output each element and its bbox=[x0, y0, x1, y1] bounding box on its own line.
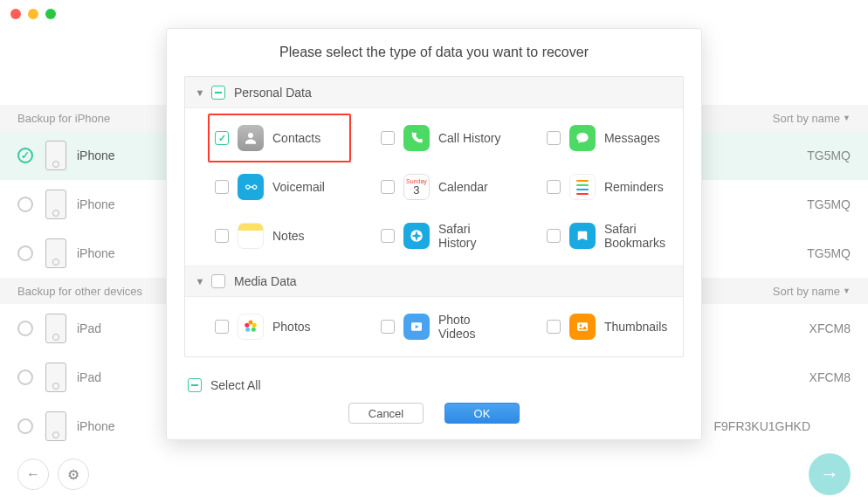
item-messages-label: Messages bbox=[604, 131, 660, 145]
item-photo-videos-label: Photo Videos bbox=[438, 313, 508, 341]
modal-buttons: Cancel OK bbox=[167, 399, 701, 439]
select-all-row[interactable]: Select All bbox=[167, 369, 701, 399]
item-calendar[interactable]: Sunday3 Calendar bbox=[351, 162, 517, 211]
photo-videos-icon bbox=[403, 314, 430, 340]
data-type-modal: Please select the type of data you want … bbox=[166, 28, 702, 440]
modal-title: Please select the type of data you want … bbox=[167, 29, 701, 76]
photos-icon bbox=[238, 314, 264, 340]
safari-icon bbox=[403, 223, 430, 249]
ok-button-label: OK bbox=[474, 407, 491, 420]
checkbox-messages[interactable] bbox=[547, 131, 561, 145]
messages-icon bbox=[569, 125, 596, 151]
ok-button[interactable]: OK bbox=[444, 403, 520, 424]
disclosure-triangle-icon[interactable]: ▼ bbox=[194, 276, 206, 287]
cancel-button[interactable]: Cancel bbox=[348, 403, 424, 424]
cancel-button-label: Cancel bbox=[369, 407, 403, 420]
window-controls bbox=[0, 0, 868, 28]
checkbox-photo-videos[interactable] bbox=[381, 320, 395, 334]
checkbox-select-all[interactable] bbox=[188, 378, 202, 392]
svg-point-3 bbox=[252, 323, 257, 328]
checkbox-notes[interactable] bbox=[215, 229, 229, 243]
svg-point-5 bbox=[245, 328, 250, 332]
window-close-button[interactable] bbox=[10, 9, 21, 19]
media-data-grid: Photos Photo Videos Thum bbox=[185, 297, 683, 356]
item-safari-hist-label: Safari History bbox=[438, 222, 508, 250]
group-header-personal[interactable]: ▼ Personal Data bbox=[185, 77, 683, 108]
item-photos[interactable]: Photos bbox=[185, 302, 351, 351]
item-voicemail[interactable]: ⚯ Voicemail bbox=[185, 162, 351, 211]
window-maximize-button[interactable] bbox=[45, 9, 56, 19]
notes-icon bbox=[238, 223, 264, 249]
item-voicemail-label: Voicemail bbox=[272, 180, 325, 194]
disclosure-triangle-icon[interactable]: ▼ bbox=[194, 87, 206, 98]
checkbox-calendar[interactable] bbox=[381, 180, 395, 194]
voicemail-icon: ⚯ bbox=[238, 174, 264, 200]
item-safari-history[interactable]: Safari History bbox=[351, 211, 517, 260]
item-safari-bookmarks[interactable]: Safari Bookmarks bbox=[517, 211, 683, 260]
voicemail-glyph: ⚯ bbox=[245, 179, 257, 196]
svg-point-0 bbox=[248, 133, 253, 138]
item-contacts[interactable]: Contacts bbox=[208, 114, 351, 162]
modal-backdrop: Please select the type of data you want … bbox=[0, 28, 868, 504]
bookmark-icon bbox=[569, 223, 596, 249]
contacts-icon bbox=[238, 125, 264, 151]
item-reminders[interactable]: Reminders bbox=[517, 162, 683, 211]
checkbox-contacts[interactable] bbox=[215, 131, 229, 145]
svg-point-2 bbox=[249, 321, 253, 325]
item-photo-videos[interactable]: Photo Videos bbox=[351, 302, 517, 351]
phone-icon bbox=[403, 125, 430, 151]
checkbox-personal-group[interactable] bbox=[211, 86, 225, 100]
reminders-icon bbox=[569, 174, 596, 200]
svg-point-9 bbox=[580, 324, 582, 327]
select-all-label: Select All bbox=[210, 378, 261, 392]
group-header-media[interactable]: ▼ Media Data bbox=[185, 266, 683, 297]
calendar-icon: Sunday3 bbox=[403, 174, 430, 200]
checkbox-safari-hist[interactable] bbox=[381, 229, 395, 243]
item-thumbnails-label: Thumbnails bbox=[604, 320, 667, 334]
calendar-day: 3 bbox=[413, 184, 419, 196]
item-messages[interactable]: Messages bbox=[517, 114, 683, 162]
item-contacts-label: Contacts bbox=[272, 131, 320, 145]
item-photos-label: Photos bbox=[272, 320, 311, 334]
checkbox-thumbnails[interactable] bbox=[547, 320, 561, 334]
item-notes-label: Notes bbox=[272, 229, 305, 243]
group-personal-label: Personal Data bbox=[234, 86, 312, 100]
main-content: Backup for iPhone Sort by name ▼ iPhone … bbox=[0, 28, 868, 504]
checkbox-safari-bm[interactable] bbox=[547, 229, 561, 243]
item-call-history[interactable]: Call History bbox=[351, 114, 517, 162]
thumbnails-icon bbox=[569, 314, 596, 340]
item-notes[interactable]: Notes bbox=[185, 211, 351, 260]
item-calendar-label: Calendar bbox=[438, 180, 488, 194]
checkbox-voicemail[interactable] bbox=[215, 180, 229, 194]
item-thumbnails[interactable]: Thumbnails bbox=[517, 302, 683, 351]
group-media-label: Media Data bbox=[234, 274, 297, 288]
item-safari-bm-label: Safari Bookmarks bbox=[604, 222, 674, 250]
checkbox-media-group[interactable] bbox=[211, 274, 225, 288]
checkbox-call[interactable] bbox=[381, 131, 395, 145]
item-reminders-label: Reminders bbox=[604, 180, 664, 194]
personal-data-grid: Contacts Call History Me bbox=[185, 108, 683, 266]
window-minimize-button[interactable] bbox=[28, 9, 38, 19]
checkbox-reminders[interactable] bbox=[547, 180, 561, 194]
svg-point-6 bbox=[245, 323, 249, 328]
checkbox-photos[interactable] bbox=[215, 320, 229, 334]
svg-point-4 bbox=[251, 328, 256, 332]
item-call-label: Call History bbox=[438, 131, 501, 145]
data-type-panel: ▼ Personal Data Contacts bbox=[184, 76, 684, 357]
